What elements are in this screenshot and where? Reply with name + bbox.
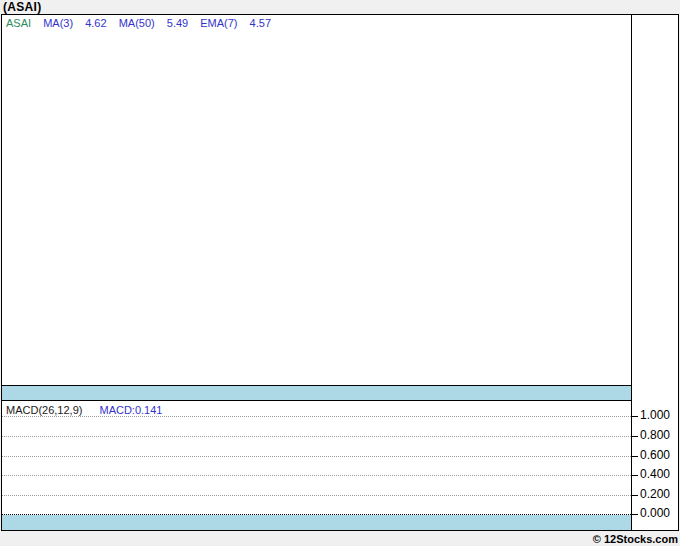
ma50-label: MA(50) [119, 17, 155, 29]
gridline-0.400 [2, 475, 631, 476]
axis-tick [631, 495, 638, 496]
ema7-value: 4.57 [250, 17, 271, 29]
axis-tick [631, 475, 638, 476]
ma3-value: 4.62 [85, 17, 106, 29]
indicator-legend: ASAI MA(3) 4.62 MA(50) 5.49 EMA(7) 4.57 [6, 17, 280, 30]
macd-label: MACD(26,12,9) [6, 404, 82, 416]
chart-widget: ASAI MA(3) 4.62 MA(50) 5.49 EMA(7) 4.57 … [1, 14, 679, 531]
axis-tick [631, 436, 638, 437]
page-title: (ASAI) [3, 0, 41, 14]
axis-tick [631, 416, 638, 417]
y-axis-label: 1.000 [640, 409, 680, 422]
ma50-value: 5.49 [167, 17, 188, 29]
y-axis-label: 0.000 [640, 507, 680, 520]
footer-credit: © 12Stocks.com [593, 533, 678, 546]
y-axis-label: 0.800 [640, 429, 680, 442]
axis-tick [631, 456, 638, 457]
stock-chart-page: (ASAI) ASAI MA(3) 4.62 MA(50) 5.49 EMA(7… [0, 0, 680, 546]
gridline-1.000 [2, 416, 631, 417]
axis-tick [631, 514, 638, 515]
panel-divider [631, 15, 632, 530]
gridline-0.200 [2, 495, 631, 496]
y-axis-label: 0.600 [640, 449, 680, 462]
date-axis-band-upper [2, 385, 631, 401]
gridline-0.600 [2, 456, 631, 457]
symbol-label: ASAI [6, 17, 31, 29]
macd-value: MACD:0.141 [99, 404, 162, 416]
date-axis-band-lower [2, 515, 631, 530]
y-axis-label: 0.200 [640, 488, 680, 501]
ma3-label: MA(3) [43, 17, 73, 29]
y-axis-label: 0.400 [640, 468, 680, 481]
gridline-0.800 [2, 436, 631, 437]
ema7-label: EMA(7) [200, 17, 237, 29]
